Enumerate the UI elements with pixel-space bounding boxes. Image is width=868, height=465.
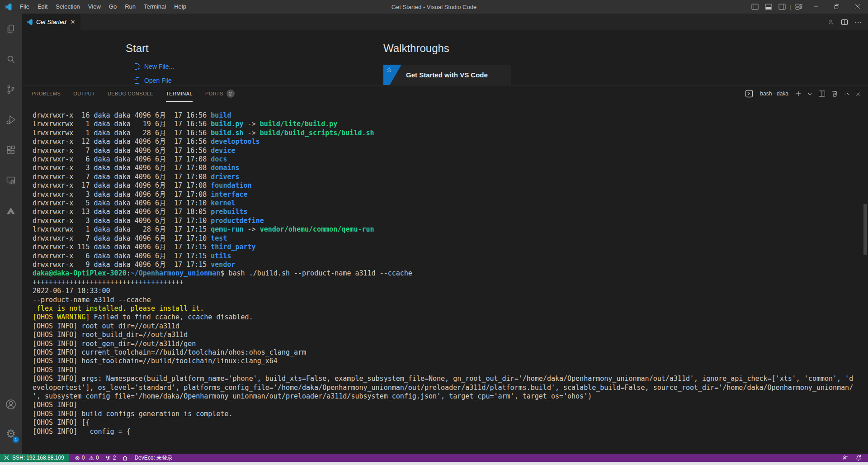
panel-actions: bash - daka bbox=[745, 90, 868, 98]
feedback-icon[interactable] bbox=[842, 455, 848, 461]
remote-explorer-icon[interactable] bbox=[0, 170, 22, 191]
menu-item-terminal[interactable]: Terminal bbox=[140, 0, 170, 14]
source-control-icon[interactable] bbox=[0, 79, 22, 100]
terminal-line: drwxrwxr-x 5 daka daka 4096 6月 17 17:10 … bbox=[33, 199, 868, 208]
menu-item-edit[interactable]: Edit bbox=[33, 0, 52, 14]
panel-header: PROBLEMSOUTPUTDEBUG CONSOLETERMINALPORTS… bbox=[22, 85, 868, 102]
walkthrough-card-label: Get Started with VS Code bbox=[406, 71, 488, 79]
panel-tab-terminal[interactable]: TERMINAL bbox=[166, 85, 193, 102]
menu-bar: FileEditSelectionViewGoRunTerminalHelp bbox=[16, 0, 190, 14]
accounts-icon[interactable] bbox=[827, 19, 835, 26]
problems-status[interactable]: ⊗ 0 ⚠ 0 bbox=[75, 455, 99, 461]
deveco-tool-icon[interactable] bbox=[0, 200, 22, 222]
panel-tab-debug-console[interactable]: DEBUG CONSOLE bbox=[108, 85, 153, 102]
panel-tab-label: DEBUG CONSOLE bbox=[108, 91, 153, 96]
remote-indicator[interactable]: SSH: 192.168.88.109 bbox=[0, 454, 69, 462]
tab-get-started[interactable]: Get Started ✕ bbox=[22, 14, 81, 30]
vscode-file-icon bbox=[26, 19, 33, 25]
terminal-line: drwxrwxr-x 9 daka daka 4096 6月 17 17:15 … bbox=[33, 261, 868, 269]
terminal-line: lrwxrwxrwx 1 daka daka 19 6月 17 16:56 bu… bbox=[33, 120, 868, 128]
menu-item-selection[interactable]: Selection bbox=[52, 0, 84, 14]
panel-tab-output[interactable]: OUTPUT bbox=[73, 85, 95, 102]
terminal-instance-label[interactable]: bash - daka bbox=[760, 90, 788, 97]
search-icon[interactable] bbox=[0, 48, 22, 70]
terminal-line: +++++++++++++++++++++++++++++++++++++ bbox=[33, 278, 868, 287]
warning-icon: ⚠ bbox=[89, 455, 94, 461]
home-status[interactable] bbox=[122, 455, 128, 461]
panel-tab-ports[interactable]: PORTS2 bbox=[205, 85, 235, 102]
deveco-status[interactable]: DevEco: 未登录 bbox=[134, 454, 173, 462]
terminal-line: lrwxrwxrwx 1 daka daka 28 6月 17 16:56 bu… bbox=[33, 129, 868, 138]
tab-close-icon[interactable]: ✕ bbox=[69, 19, 76, 25]
terminal-line: [OHOS INFO] root_out_dir=//out/a311d bbox=[33, 322, 868, 331]
explorer-icon[interactable] bbox=[0, 18, 22, 40]
toggle-sidebar-icon[interactable] bbox=[748, 0, 762, 14]
settings-gear-icon[interactable]: ⚙ 1 bbox=[0, 423, 22, 445]
panel-tab-label: OUTPUT bbox=[73, 91, 95, 96]
terminal-line: 2022-06-17 18:33:00 bbox=[33, 287, 868, 295]
close-panel-icon[interactable] bbox=[855, 91, 861, 96]
new-file-link[interactable]: New File... bbox=[133, 63, 174, 70]
terminal-line: drwxrwxr-x 7 daka daka 4096 6月 17 17:10 … bbox=[33, 234, 868, 243]
terminal-line: drwxrwxr-x 3 daka daka 4096 6月 17 17:08 … bbox=[33, 190, 868, 199]
toggle-secondary-sidebar-icon[interactable] bbox=[775, 0, 789, 14]
terminal-line: drwxrwxr-x 6 daka daka 4096 6月 17 17:08 … bbox=[33, 155, 868, 164]
open-file-link[interactable]: Open File bbox=[133, 77, 172, 84]
split-editor-icon[interactable] bbox=[841, 19, 848, 26]
panel-tabs: PROBLEMSOUTPUTDEBUG CONSOLETERMINALPORTS… bbox=[32, 85, 247, 102]
panel-tab-label: PORTS bbox=[205, 91, 223, 96]
terminal-dropdown-icon[interactable] bbox=[807, 91, 812, 96]
terminal-line: daka@daka-OptiPlex-3020:~/Openharmony_un… bbox=[33, 269, 868, 278]
customize-layout-icon[interactable] bbox=[792, 0, 806, 14]
terminal-content[interactable]: drwxrwxr-x 16 daka daka 4096 6月 17 16:56… bbox=[22, 102, 868, 454]
walkthroughs-heading: Walkthroughs bbox=[383, 42, 449, 55]
walkthrough-card-get-started[interactable]: ☆ Get Started with VS Code bbox=[383, 65, 511, 85]
terminal-line: [OHOS INFO] current_toolchain=//build/to… bbox=[33, 348, 868, 357]
vscode-logo-icon bbox=[4, 3, 12, 11]
menu-item-run[interactable]: Run bbox=[121, 0, 140, 14]
taskbar-edge bbox=[0, 462, 868, 465]
terminal-line: drwxrwxr-x 7 daka daka 4096 6月 17 16:56 … bbox=[33, 147, 868, 155]
forwarded-ports-status[interactable]: 2 bbox=[105, 455, 116, 461]
menu-item-go[interactable]: Go bbox=[105, 0, 121, 14]
error-icon: ⊗ bbox=[75, 455, 80, 461]
toggle-panel-icon[interactable] bbox=[762, 0, 775, 14]
activity-bar: ⚙ 1 bbox=[0, 14, 22, 454]
split-terminal-icon[interactable] bbox=[818, 90, 826, 97]
terminal-line: drwxrwxr-x 115 daka daka 4096 6月 17 17:1… bbox=[33, 243, 868, 251]
panel-tab-problems[interactable]: PROBLEMS bbox=[32, 85, 61, 102]
terminal-line: drwxrwxr-x 3 daka daka 4096 6月 17 17:10 … bbox=[33, 217, 868, 225]
restore-button[interactable] bbox=[826, 0, 847, 14]
menu-item-view[interactable]: View bbox=[84, 0, 105, 14]
terminal-line: drwxrwxr-x 3 daka daka 4096 6月 17 17:08 … bbox=[33, 164, 868, 172]
terminal-line: [OHOS WARNING] Failed to find ccache, cc… bbox=[33, 313, 868, 322]
terminal-line: [OHOS INFO] root_gen_dir=//out/a311d/gen bbox=[33, 340, 868, 348]
panel-tab-label: TERMINAL bbox=[166, 91, 193, 96]
terminal-line: drwxrwxr-x 7 daka daka 4096 6月 17 17:08 … bbox=[33, 173, 868, 181]
statusbar-right bbox=[842, 455, 868, 461]
extensions-icon[interactable] bbox=[0, 139, 22, 161]
terminal-line: evelopertest'], os_level='standard', pla… bbox=[33, 384, 868, 392]
minimize-button[interactable] bbox=[806, 0, 826, 14]
account-icon[interactable] bbox=[0, 394, 22, 415]
titlebar-separator: | bbox=[789, 4, 792, 10]
terminal-line: drwxrwxr-x 16 daka daka 4096 6月 17 16:56… bbox=[33, 111, 868, 120]
new-terminal-icon[interactable] bbox=[795, 90, 802, 97]
terminal-scrollbar[interactable] bbox=[863, 204, 867, 255]
terminal-line: drwxrwxr-x 17 daka daka 4096 6月 17 17:08… bbox=[33, 181, 868, 190]
menu-item-help[interactable]: Help bbox=[170, 0, 190, 14]
terminal-line: --product-name a311d --ccache bbox=[33, 296, 868, 304]
maximize-panel-icon[interactable] bbox=[844, 91, 849, 96]
notifications-bell-icon[interactable] bbox=[855, 455, 862, 461]
star-icon: ☆ bbox=[386, 66, 392, 74]
kill-terminal-icon[interactable] bbox=[831, 90, 838, 97]
run-debug-icon[interactable] bbox=[0, 109, 22, 131]
menu-item-file[interactable]: File bbox=[16, 0, 33, 14]
new-file-icon bbox=[133, 63, 141, 70]
terminal-line: [OHOS INFO] bbox=[33, 401, 868, 409]
terminal-line: [OHOS INFO] config = { bbox=[33, 427, 868, 436]
more-actions-icon[interactable]: ⋯ bbox=[854, 18, 862, 26]
tabbar-actions: ⋯ bbox=[827, 18, 868, 26]
welcome-page: Start New File... Open File Walkthroughs… bbox=[22, 30, 868, 85]
close-window-button[interactable] bbox=[847, 0, 868, 14]
